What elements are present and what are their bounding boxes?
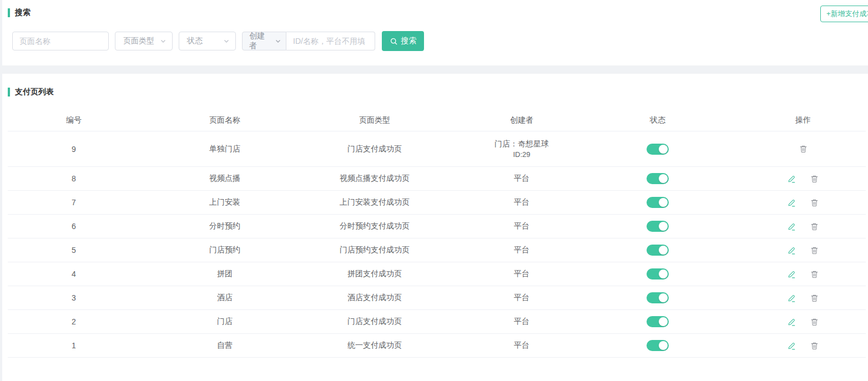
status-toggle[interactable]	[647, 144, 669, 155]
page-type-select[interactable]: 页面类型	[115, 32, 173, 50]
table-row: 5 门店预约 门店预约支付成功页 平台	[8, 238, 866, 262]
row-creator-id: ID:29	[440, 150, 604, 159]
delete-icon[interactable]	[810, 222, 819, 231]
row-actions	[711, 246, 866, 255]
toggle-knob	[659, 341, 668, 350]
row-id: 4	[8, 270, 140, 278]
row-creator: 门店：奇想星球 ID:29	[440, 139, 604, 159]
row-actions	[711, 270, 866, 279]
toggle-knob	[659, 270, 668, 278]
delete-icon[interactable]	[810, 293, 819, 303]
list-title-text: 支付页列表	[15, 87, 54, 97]
status-select-label: 状态	[187, 36, 203, 46]
edit-icon[interactable]	[787, 270, 796, 279]
row-creator: 平台	[440, 197, 604, 207]
row-page-type: 统一支付成功页	[310, 341, 440, 350]
delete-icon[interactable]	[810, 198, 819, 207]
status-toggle[interactable]	[647, 340, 669, 351]
search-form: 页面类型 状态 创建者 搜索	[12, 31, 424, 51]
row-creator: 平台	[440, 341, 604, 350]
row-page-type: 分时预约支付成功页	[310, 221, 440, 231]
row-id: 1	[8, 341, 140, 350]
toggle-knob	[659, 293, 668, 302]
row-page-name: 门店	[140, 317, 310, 327]
row-actions	[711, 222, 866, 231]
row-creator: 平台	[440, 245, 604, 255]
delete-icon[interactable]	[810, 246, 819, 255]
toggle-knob	[659, 246, 668, 255]
edit-icon[interactable]	[787, 293, 796, 303]
page-name-input[interactable]	[12, 32, 109, 50]
row-creator: 平台	[440, 221, 604, 231]
row-status	[604, 316, 711, 327]
status-toggle[interactable]	[647, 292, 669, 303]
section-title-bar	[8, 8, 10, 17]
row-creator: 平台	[440, 293, 604, 303]
search-icon	[390, 37, 398, 45]
row-status	[604, 144, 711, 155]
edit-icon[interactable]	[787, 246, 796, 255]
status-toggle[interactable]	[647, 221, 669, 232]
row-page-name: 视频点播	[140, 174, 310, 184]
table-row: 1 自营 统一支付成功页 平台	[8, 334, 866, 358]
edit-icon[interactable]	[787, 198, 796, 207]
delete-icon[interactable]	[799, 144, 808, 154]
row-creator-main: 平台	[440, 245, 604, 255]
row-creator-main: 平台	[440, 197, 604, 207]
row-page-type: 酒店支付成功页	[310, 293, 440, 303]
row-id: 8	[8, 174, 140, 183]
status-toggle[interactable]	[647, 245, 669, 256]
column-header-status: 状态	[604, 115, 711, 125]
row-page-name: 拼团	[140, 269, 310, 279]
status-select[interactable]: 状态	[179, 32, 236, 50]
row-status	[604, 173, 711, 184]
chevron-down-icon	[223, 38, 230, 44]
status-toggle[interactable]	[647, 173, 669, 184]
column-header-creator: 创建者	[440, 115, 604, 125]
row-page-type: 门店预约支付成功页	[310, 245, 440, 255]
status-toggle[interactable]	[647, 197, 669, 208]
table-row: 3 酒店 酒店支付成功页 平台	[8, 286, 866, 310]
delete-icon[interactable]	[810, 270, 819, 279]
row-actions	[711, 341, 866, 350]
table-header-row: 编号 页面名称 页面类型 创建者 状态 操作	[8, 109, 866, 131]
delete-icon[interactable]	[810, 174, 819, 184]
row-status	[604, 340, 711, 351]
search-panel: 搜索 页面类型 状态 创建者 搜索	[2, 0, 868, 65]
row-creator-main: 门店：奇想星球	[440, 139, 604, 149]
creator-select-label: 创建者	[249, 31, 271, 51]
edit-icon[interactable]	[787, 222, 796, 231]
delete-icon[interactable]	[810, 317, 819, 327]
row-creator: 平台	[440, 317, 604, 327]
row-creator-main: 平台	[440, 341, 604, 350]
status-toggle[interactable]	[647, 316, 669, 327]
chevron-down-icon	[275, 38, 281, 44]
payment-pages-table: 编号 页面名称 页面类型 创建者 状态 操作 9 单独门店 门店支付成功页 门店…	[8, 109, 866, 358]
row-creator: 平台	[440, 269, 604, 279]
row-id: 7	[8, 198, 140, 207]
id-name-input[interactable]	[286, 32, 375, 50]
row-id: 6	[8, 222, 140, 231]
edit-icon[interactable]	[787, 174, 796, 184]
chevron-down-icon	[160, 38, 166, 44]
edit-icon[interactable]	[787, 317, 796, 327]
row-creator-main: 平台	[440, 317, 604, 327]
row-creator-main: 平台	[440, 221, 604, 231]
add-payment-page-button[interactable]: +新增支付成功	[820, 6, 868, 22]
creator-select[interactable]: 创建者	[242, 32, 286, 50]
edit-icon[interactable]	[787, 341, 796, 350]
table-row: 2 门店 门店支付成功页 平台	[8, 310, 866, 334]
row-id: 9	[8, 145, 140, 154]
search-button[interactable]: 搜索	[382, 31, 424, 51]
row-page-type: 拼团支付成功页	[310, 269, 440, 279]
row-actions	[711, 293, 866, 303]
row-id: 5	[8, 246, 140, 255]
column-header-actions: 操作	[711, 115, 866, 125]
status-toggle[interactable]	[647, 268, 669, 280]
row-status	[604, 197, 711, 208]
delete-icon[interactable]	[810, 341, 819, 350]
row-actions	[711, 317, 866, 327]
row-actions	[711, 144, 866, 154]
row-actions	[711, 198, 866, 207]
row-status	[604, 221, 711, 232]
